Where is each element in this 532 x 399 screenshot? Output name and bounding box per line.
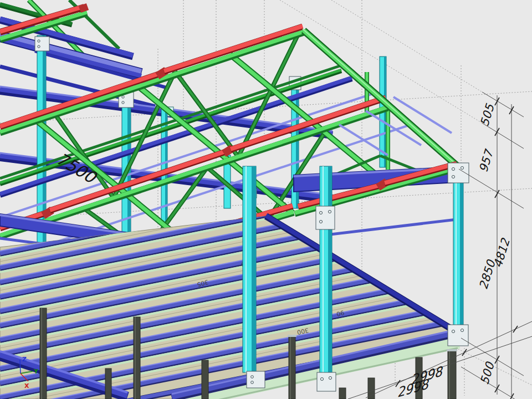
axis-x-label: X [24,382,29,390]
model-render: 305 -28 300 90 [0,0,532,399]
axis-y-label: Y [33,368,39,375]
cad-model-viewport[interactable]: 305 -28 300 90 [0,0,532,399]
axis-z-label: Z [22,356,27,363]
